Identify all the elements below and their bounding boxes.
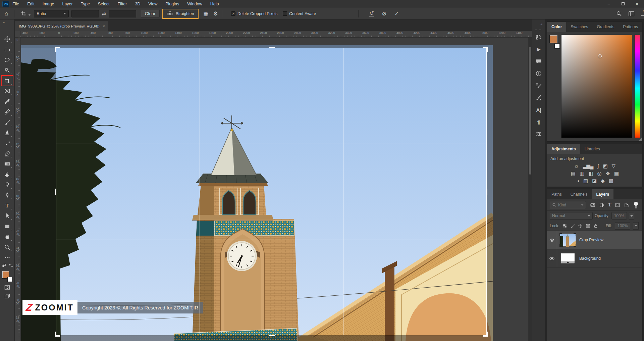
quick-mask-icon[interactable]: [4, 284, 10, 291]
menu-item[interactable]: Select: [98, 2, 110, 6]
canvas-viewport[interactable]: Z ZOOMIT Copyright 2023 ©, All Rights Re…: [20, 38, 532, 341]
posterize-icon[interactable]: ▨: [583, 178, 588, 183]
filter-adjustment-layers-icon[interactable]: [599, 202, 604, 208]
selective-color-icon[interactable]: ▩: [609, 178, 613, 183]
channel-mixer-icon[interactable]: ❖: [606, 171, 610, 176]
eyedropper-tool[interactable]: [2, 96, 13, 107]
lock-pixels-icon[interactable]: [570, 224, 575, 228]
crop-handle-top-left[interactable]: [55, 47, 60, 52]
search-icon[interactable]: [616, 11, 622, 16]
menu-item[interactable]: Image: [43, 2, 54, 6]
panel-resize-grip[interactable]: [639, 138, 642, 141]
crop-handle-bottom-right[interactable]: [483, 332, 488, 337]
home-icon[interactable]: ⌂: [5, 10, 8, 17]
crop-handle-left[interactable]: [55, 189, 56, 195]
background-color-swatch[interactable]: [7, 277, 12, 282]
history-panel-icon[interactable]: [533, 32, 544, 43]
hand-tool[interactable]: [2, 232, 13, 242]
eraser-tool[interactable]: [2, 148, 13, 159]
crop-handle-right[interactable]: [486, 189, 487, 195]
menu-item[interactable]: Layer: [62, 2, 72, 6]
layer-visibility-toggle[interactable]: [547, 231, 557, 249]
crop-overlay-options-icon[interactable]: ▦: [203, 10, 208, 17]
color-cursor[interactable]: [598, 54, 602, 58]
fill-value[interactable]: 100%: [615, 222, 630, 230]
filter-shape-layers-icon[interactable]: [615, 202, 620, 208]
layer-thumbnail[interactable]: [560, 234, 576, 246]
panel-tab[interactable]: Swatches: [566, 22, 592, 32]
scrollbar-thumb[interactable]: [529, 47, 531, 175]
lock-artboard-icon[interactable]: [586, 224, 590, 228]
lock-all-icon[interactable]: [593, 224, 598, 228]
crop-settings-gear-icon[interactable]: ⚙: [213, 10, 218, 17]
filter-smart-objects-icon[interactable]: [624, 202, 629, 208]
menu-item[interactable]: Window: [187, 2, 202, 6]
blend-mode-select[interactable]: Normal: [550, 212, 593, 220]
edit-toolbar-icon[interactable]: [4, 254, 10, 261]
opacity-value[interactable]: 100%: [611, 212, 627, 220]
swap-colors-icon[interactable]: [8, 263, 13, 268]
delete-cropped-pixels-checkbox[interactable]: ✓ Delete Cropped Pixels: [231, 11, 277, 16]
clear-button[interactable]: Clear: [141, 10, 160, 17]
layer-filter-toggle[interactable]: [634, 202, 638, 208]
lock-position-icon[interactable]: [578, 224, 583, 228]
brightness-contrast-icon[interactable]: ☼: [574, 163, 579, 168]
zoom-tool[interactable]: [2, 242, 13, 252]
properties-panel-icon[interactable]: [533, 128, 544, 140]
straighten-button[interactable]: Straighten: [176, 11, 194, 16]
reset-crop-icon[interactable]: ↺: [369, 11, 374, 16]
canvas-scrollbar[interactable]: [528, 38, 532, 341]
actions-panel-icon[interactable]: ▶: [533, 44, 544, 55]
filter-type-layers-icon[interactable]: T: [608, 202, 611, 208]
panel-tab[interactable]: Libraries: [580, 144, 604, 154]
type-tool[interactable]: [2, 200, 13, 211]
clone-stamp-tool[interactable]: [2, 128, 13, 138]
dodge-tool[interactable]: [2, 180, 13, 190]
spot-healing-brush-tool[interactable]: [2, 107, 13, 117]
crop-width-input[interactable]: [71, 10, 99, 17]
levels-icon[interactable]: ▃▆▄: [583, 163, 593, 168]
exposure-icon[interactable]: ◩: [603, 163, 607, 168]
crop-handle-bottom[interactable]: [269, 335, 275, 336]
panel-tab[interactable]: Adjustments: [547, 144, 580, 154]
layer-visibility-toggle[interactable]: [547, 249, 557, 267]
crop-handle-top[interactable]: [269, 47, 275, 48]
pen-tool[interactable]: [2, 190, 13, 200]
panel-tab[interactable]: Paths: [547, 189, 566, 199]
panel-tab[interactable]: Gradients: [592, 22, 619, 32]
panel-tab[interactable]: Patterns: [619, 22, 642, 32]
close-tab-icon[interactable]: ×: [103, 24, 105, 28]
minimize-button[interactable]: –: [602, 0, 616, 8]
cancel-crop-icon[interactable]: ⊘: [382, 10, 386, 17]
layer-row-crop-preview[interactable]: Crop Preview: [547, 231, 642, 249]
default-colors-icon[interactable]: [2, 263, 7, 268]
panel-tab[interactable]: Channels: [566, 189, 592, 199]
hue-slider[interactable]: [634, 35, 640, 138]
color-lookup-icon[interactable]: ▦: [614, 171, 619, 176]
color-balance-icon[interactable]: ▥: [580, 171, 584, 176]
crop-handle-top-right[interactable]: [483, 47, 488, 52]
filter-pixel-layers-icon[interactable]: [590, 202, 595, 208]
menu-item[interactable]: Plugins: [165, 2, 179, 6]
threshold-icon[interactable]: ◪: [592, 178, 596, 183]
commit-crop-icon[interactable]: ✓: [394, 10, 399, 17]
menu-item[interactable]: Filter: [118, 2, 127, 6]
hue-saturation-icon[interactable]: ▤: [571, 171, 575, 176]
collapse-dock-icon[interactable]: «: [540, 22, 542, 26]
layer-filter-select[interactable]: Kind: [550, 201, 586, 209]
close-button[interactable]: ✕: [630, 0, 644, 8]
frame-tool[interactable]: [2, 86, 13, 96]
saturation-brightness-field[interactable]: [561, 35, 632, 138]
crop-height-input[interactable]: [109, 10, 136, 17]
paragraph-panel-icon[interactable]: ¶: [533, 116, 544, 128]
panel-tab[interactable]: Layers: [592, 189, 613, 199]
workspace-icon[interactable]: [629, 11, 634, 16]
layer-thumbnail[interactable]: [561, 253, 575, 264]
crop-tool-preset[interactable]: [20, 10, 31, 17]
menu-item[interactable]: Edit: [27, 2, 35, 6]
panel-tab[interactable]: Color: [547, 22, 566, 32]
layer-row-background[interactable]: Background: [547, 249, 642, 268]
layer-name[interactable]: Background: [579, 256, 601, 261]
swap-dimensions-icon[interactable]: ⇄: [102, 11, 106, 17]
menu-item[interactable]: View: [148, 2, 157, 6]
